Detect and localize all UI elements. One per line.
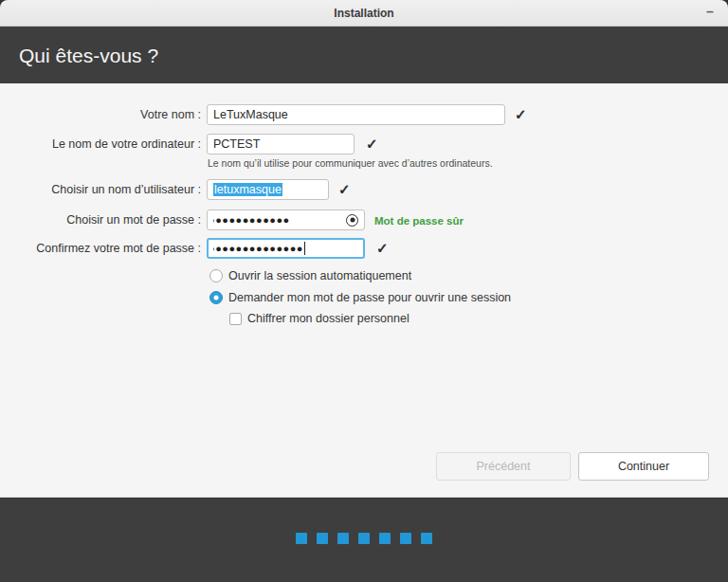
back-button[interactable]: Précédent [436, 452, 571, 481]
computer-value: PCTEST [213, 137, 260, 151]
progress-square [379, 533, 391, 544]
progress-square [421, 533, 432, 544]
username-valid-check-icon: ✓ [338, 179, 351, 200]
form-area: Votre nom : LeTuxMasque ✓ Le nom de votr… [0, 83, 728, 498]
progress-square [317, 533, 328, 544]
name-value: LeTuxMasque [213, 108, 288, 121]
window-title: Installation [0, 0, 728, 27]
confirm-password-input[interactable]: ●●●●●●●●●●●●●● [207, 238, 365, 259]
computer-valid-check-icon: ✓ [366, 134, 378, 155]
radio-autologin-label: Ouvrir la session automatiquement [228, 268, 411, 283]
installer-window: Installation – Qui êtes-vous ? Votre nom… [0, 0, 728, 582]
show-password-eye-icon[interactable] [346, 214, 358, 227]
text-caret [304, 242, 305, 255]
progress-square [400, 533, 411, 544]
checkbox-encrypt-home-label: Chiffrer mon dossier personnel [247, 311, 410, 326]
password-input[interactable]: ●●●●●●●●●●●● [207, 209, 365, 230]
password-masked-value: ●●●●●●●●●●●● [213, 214, 290, 226]
computer-help-text: Le nom qu’il utilise pour communiquer av… [208, 157, 493, 169]
page-title: Qui êtes-vous ? [19, 27, 158, 83]
confirm-password-label: Confirmez votre mot de passe : [0, 238, 201, 259]
name-label: Votre nom : [0, 104, 201, 125]
progress-square [358, 533, 370, 544]
radio-checked-icon [209, 291, 223, 304]
radio-autologin[interactable]: Ouvrir la session automatiquement [209, 268, 411, 283]
confirm-valid-check-icon: ✓ [376, 238, 389, 259]
radio-require-password-label: Demander mon mot de passe pour ouvrir un… [228, 290, 511, 305]
checkbox-encrypt-home[interactable]: Chiffrer mon dossier personnel [229, 311, 410, 326]
name-valid-check-icon: ✓ [515, 104, 527, 125]
footer [0, 499, 728, 582]
continue-button[interactable]: Continuer [578, 452, 709, 481]
name-input[interactable]: LeTuxMasque [207, 104, 505, 125]
progress-square [296, 533, 307, 544]
radio-require-password[interactable]: Demander mon mot de passe pour ouvrir un… [209, 290, 511, 305]
page-header: Qui êtes-vous ? [0, 27, 728, 83]
computer-input[interactable]: PCTEST [207, 134, 355, 155]
radio-unchecked-icon [209, 269, 223, 282]
password-label: Choisir un mot de passe : [0, 209, 201, 230]
username-input[interactable]: letuxmasque [207, 179, 329, 200]
password-strength-text: Mot de passe sûr [374, 209, 464, 232]
progress-square [337, 533, 349, 544]
minimize-button[interactable]: – [701, 0, 719, 27]
computer-label: Le nom de votre ordinateur : [0, 134, 201, 155]
checkbox-unchecked-icon [229, 313, 242, 325]
titlebar: Installation – [0, 0, 728, 27]
username-label: Choisir un nom d’utilisateur : [0, 179, 201, 200]
progress-squares [0, 533, 728, 544]
username-value-selected: letuxmasque [213, 183, 282, 196]
confirm-password-masked-value: ●●●●●●●●●●●●●● [213, 243, 303, 254]
